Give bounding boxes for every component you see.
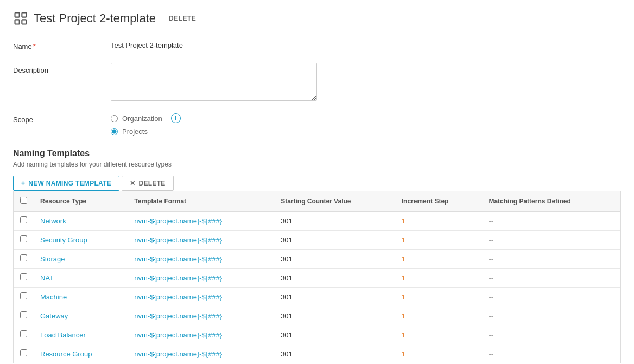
resource-type-link[interactable]: NAT	[40, 274, 54, 282]
row-resource-type: Load Balancer	[34, 325, 128, 344]
row-increment-step: 1	[395, 231, 483, 250]
row-checkbox-0[interactable]	[20, 216, 27, 223]
row-checkbox-cell	[14, 269, 34, 288]
toolbar-delete-label: DELETE	[138, 180, 165, 187]
description-label: Description	[13, 63, 111, 74]
resource-type-link[interactable]: Machine	[40, 293, 67, 301]
row-checkbox-cell	[14, 250, 34, 269]
row-template-format: nvm-${project.name}-${###}	[128, 250, 274, 269]
new-naming-template-label: NEW NAMING TEMPLATE	[28, 180, 111, 187]
row-checkbox-2[interactable]	[20, 254, 27, 261]
table-row: Load Balancer nvm-${project.name}-${###}…	[14, 325, 620, 344]
row-resource-type: Security Group	[34, 231, 128, 250]
resource-type-link[interactable]: Load Balancer	[40, 331, 86, 339]
scope-organization-label: Organization	[122, 114, 162, 123]
table-row: Security Group nvm-${project.name}-${###…	[14, 231, 620, 250]
row-increment-step: 1	[395, 306, 483, 325]
table-row: Gateway nvm-${project.name}-${###} 301 1…	[14, 306, 620, 325]
resource-type-link[interactable]: Storage	[40, 255, 65, 263]
row-resource-type: Resource Group	[34, 344, 128, 363]
x-icon: ✕	[130, 180, 135, 187]
scope-projects-option[interactable]: Projects	[111, 127, 181, 136]
svg-rect-0	[15, 13, 20, 17]
scope-organization-radio[interactable]	[111, 115, 118, 122]
row-matching-patterns: --	[482, 288, 620, 306]
resource-type-link[interactable]: Gateway	[40, 312, 68, 320]
row-matching-patterns: --	[482, 231, 620, 250]
row-counter-value: 301	[274, 288, 395, 306]
resource-type-link[interactable]: Security Group	[40, 236, 87, 244]
required-star: *	[33, 42, 36, 50]
resource-type-link[interactable]: Network	[40, 217, 66, 225]
row-counter-value: 301	[274, 231, 395, 250]
name-field-container	[111, 39, 317, 52]
row-resource-type: Machine	[34, 288, 128, 306]
row-checkbox-cell	[14, 344, 34, 363]
toolbar: + NEW NAMING TEMPLATE ✕ DELETE	[13, 176, 621, 191]
name-label: Name*	[13, 39, 111, 50]
toolbar-delete-button[interactable]: ✕ DELETE	[122, 176, 173, 191]
page-title: Test Project 2-template	[34, 11, 156, 25]
row-counter-value: 301	[274, 212, 395, 231]
row-template-format: nvm-${project.name}-${###}	[128, 231, 274, 250]
row-matching-patterns: --	[482, 212, 620, 231]
table-row: Network nvm-${project.name}-${###} 301 1…	[14, 212, 620, 231]
row-resource-type: Gateway	[34, 306, 128, 325]
name-input[interactable]	[111, 39, 317, 52]
gear-icon	[13, 11, 28, 26]
section-subtitle: Add naming templates for your different …	[13, 161, 621, 168]
table-row: NAT nvm-${project.name}-${###} 301 1 --	[14, 269, 620, 288]
row-counter-value: 301	[274, 325, 395, 344]
scope-projects-label: Projects	[122, 127, 148, 136]
col-starting-counter: Starting Counter Value	[274, 191, 395, 212]
row-checkbox-4[interactable]	[20, 292, 27, 299]
row-counter-value: 301	[274, 250, 395, 269]
row-matching-patterns: --	[482, 269, 620, 288]
page-title-group: Test Project 2-template	[13, 11, 156, 26]
section-title: Naming Templates	[13, 149, 621, 158]
header-row: Resource Type Template Format Starting C…	[14, 191, 620, 212]
info-icon[interactable]: i	[171, 113, 181, 123]
table-header: Resource Type Template Format Starting C…	[14, 191, 620, 212]
col-increment-step: Increment Step	[395, 191, 483, 212]
row-checkbox-cell	[14, 306, 34, 325]
naming-templates-section: Naming Templates Add naming templates fo…	[13, 149, 621, 363]
row-checkbox-3[interactable]	[20, 273, 27, 280]
page-container: Test Project 2-template DELETE Name* Des…	[0, 0, 634, 364]
row-checkbox-6[interactable]	[20, 330, 27, 337]
row-matching-patterns: --	[482, 250, 620, 269]
plus-icon: +	[21, 180, 25, 187]
row-checkbox-cell	[14, 325, 34, 344]
resource-type-link[interactable]: Resource Group	[40, 350, 92, 358]
scope-organization-option[interactable]: Organization i	[111, 113, 181, 123]
row-template-format: nvm-${project.name}-${###}	[128, 212, 274, 231]
row-checkbox-5[interactable]	[20, 311, 27, 318]
row-increment-step: 1	[395, 212, 483, 231]
row-increment-step: 1	[395, 344, 483, 363]
naming-templates-table-wrapper: Resource Type Template Format Starting C…	[13, 191, 621, 363]
row-resource-type: Network	[34, 212, 128, 231]
description-row: Description	[13, 63, 621, 103]
select-all-checkbox[interactable]	[20, 197, 27, 204]
col-matching-patterns: Matching Patterns Defined	[482, 191, 620, 212]
row-increment-step: 1	[395, 269, 483, 288]
table-row: Machine nvm-${project.name}-${###} 301 1…	[14, 288, 620, 306]
description-textarea[interactable]	[111, 63, 317, 101]
row-resource-type: Storage	[34, 250, 128, 269]
table-row: Storage nvm-${project.name}-${###} 301 1…	[14, 250, 620, 269]
table-row: Resource Group nvm-${project.name}-${###…	[14, 344, 620, 363]
row-checkbox-7[interactable]	[20, 349, 27, 356]
row-template-format: nvm-${project.name}-${###}	[128, 325, 274, 344]
scope-projects-radio[interactable]	[111, 128, 118, 135]
row-matching-patterns: --	[482, 306, 620, 325]
row-increment-step: 1	[395, 288, 483, 306]
header-delete-button[interactable]: DELETE	[164, 12, 200, 24]
row-checkbox-cell	[14, 212, 34, 231]
row-checkbox-1[interactable]	[20, 235, 27, 242]
new-naming-template-button[interactable]: + NEW NAMING TEMPLATE	[13, 176, 119, 191]
description-field-container	[111, 63, 317, 103]
scope-options: Organization i Projects	[111, 113, 181, 136]
row-checkbox-cell	[14, 231, 34, 250]
row-template-format: nvm-${project.name}-${###}	[128, 306, 274, 325]
row-matching-patterns: --	[482, 325, 620, 344]
